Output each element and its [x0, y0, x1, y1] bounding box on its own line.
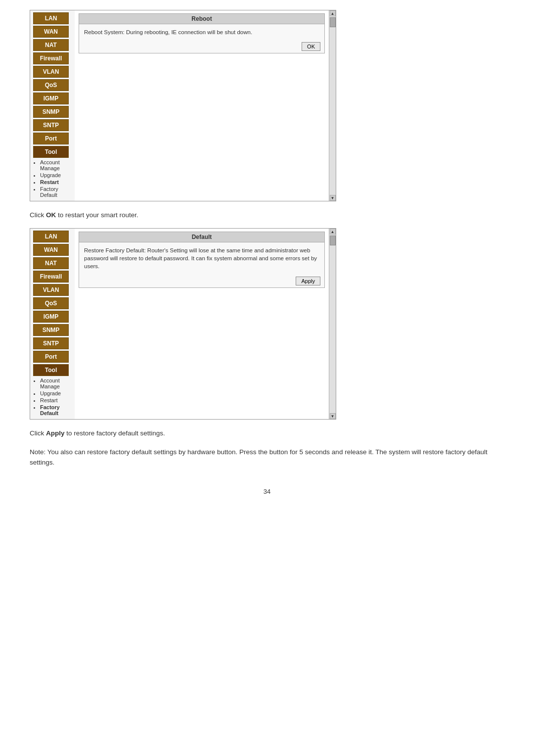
reboot-dialog-body: Reboot System: During rebooting, IE conn…	[79, 24, 324, 40]
scrollbar-reboot[interactable]: ▲ ▼	[329, 10, 336, 201]
submenu-upgrade[interactable]: Upgrade	[40, 172, 72, 178]
submenu2-upgrade[interactable]: Upgrade	[40, 390, 72, 396]
sidebar2-item-sntp[interactable]: SNTP	[33, 337, 69, 349]
page-content: LAN WAN NAT Firewall VLAN QoS IGMP SNMP …	[30, 10, 504, 495]
scroll-thumb[interactable]	[330, 17, 336, 27]
scroll2-down-arrow[interactable]: ▼	[330, 413, 336, 419]
ok-bold: OK	[46, 211, 56, 219]
sidebar2-item-nat[interactable]: NAT	[33, 257, 69, 269]
submenu2-account-manage[interactable]: Account Manage	[40, 378, 72, 389]
sidebar-item-igmp[interactable]: IGMP	[33, 93, 69, 104]
sidebar-item-firewall[interactable]: Firewall	[33, 52, 69, 64]
default-main-content: Default Restore Factory Default: Router'…	[75, 229, 329, 419]
reboot-ok-button[interactable]: OK	[302, 42, 320, 51]
sidebar2-item-firewall[interactable]: Firewall	[33, 271, 69, 283]
sidebar-item-port[interactable]: Port	[33, 133, 69, 144]
page-number: 34	[30, 488, 504, 495]
scroll-down-arrow[interactable]: ▼	[330, 195, 336, 201]
sidebar-item-qos[interactable]: QoS	[33, 79, 69, 91]
sidebar2-item-port[interactable]: Port	[33, 351, 69, 363]
apply-button[interactable]: Apply	[296, 277, 320, 285]
note-text: Note: You also can restore factory defau…	[30, 447, 504, 468]
reboot-dialog-title: Reboot	[79, 14, 324, 24]
apply-bold: Apply	[46, 429, 65, 437]
default-dialog: Default Restore Factory Default: Router'…	[79, 232, 325, 287]
submenu-factory-default[interactable]: Factory Default	[40, 186, 72, 198]
sidebar2-item-tool[interactable]: Tool	[33, 364, 69, 376]
submenu-restart[interactable]: Restart	[40, 179, 72, 185]
scroll2-up-arrow[interactable]: ▲	[330, 229, 336, 235]
default-dialog-body: Restore Factory Default: Router's Settin…	[79, 242, 324, 274]
sidebar-item-lan[interactable]: LAN	[33, 12, 69, 24]
submenu2-factory-default[interactable]: Factory Default	[40, 404, 72, 416]
sidebar2-item-igmp[interactable]: IGMP	[33, 311, 69, 323]
sidebar-item-nat[interactable]: NAT	[33, 39, 69, 51]
sidebar2-item-snmp[interactable]: SNMP	[33, 324, 69, 336]
sidebar2-item-lan[interactable]: LAN	[33, 231, 69, 242]
sidebar-item-wan[interactable]: WAN	[33, 26, 69, 38]
tool-submenu-2: Account Manage Upgrade Restart Factory D…	[33, 378, 72, 416]
sidebar-item-vlan[interactable]: VLAN	[33, 66, 69, 78]
sidebar2-item-wan[interactable]: WAN	[33, 244, 69, 256]
sidebar-item-snmp[interactable]: SNMP	[33, 106, 69, 118]
tool-submenu: Account Manage Upgrade Restart Factory D…	[33, 159, 72, 198]
sidebar-reboot: LAN WAN NAT Firewall VLAN QoS IGMP SNMP …	[30, 10, 75, 201]
sidebar-item-sntp[interactable]: SNTP	[33, 119, 69, 131]
reboot-caption: Click OK to restart your smart router.	[30, 210, 504, 220]
sidebar-default: LAN WAN NAT Firewall VLAN QoS IGMP SNMP …	[30, 229, 75, 419]
sidebar2-item-vlan[interactable]: VLAN	[33, 284, 69, 296]
reboot-dialog-footer: OK	[79, 40, 324, 53]
scroll2-thumb[interactable]	[330, 236, 336, 245]
scrollbar-default[interactable]: ▲ ▼	[329, 229, 336, 419]
default-dialog-footer: Apply	[79, 275, 324, 287]
reboot-screenshot-panel: LAN WAN NAT Firewall VLAN QoS IGMP SNMP …	[30, 10, 336, 201]
submenu-account-manage[interactable]: Account Manage	[40, 159, 72, 171]
sidebar-item-tool[interactable]: Tool	[33, 146, 69, 158]
scroll-up-arrow[interactable]: ▲	[330, 10, 336, 16]
reboot-main-content: Reboot Reboot System: During rebooting, …	[75, 10, 329, 201]
sidebar2-item-qos[interactable]: QoS	[33, 297, 69, 309]
submenu2-restart[interactable]: Restart	[40, 397, 72, 403]
apply-caption: Click Apply to restore factory default s…	[30, 428, 504, 438]
reboot-dialog: Reboot Reboot System: During rebooting, …	[79, 13, 325, 53]
default-dialog-title: Default	[79, 232, 324, 242]
default-screenshot-panel: LAN WAN NAT Firewall VLAN QoS IGMP SNMP …	[30, 228, 336, 420]
